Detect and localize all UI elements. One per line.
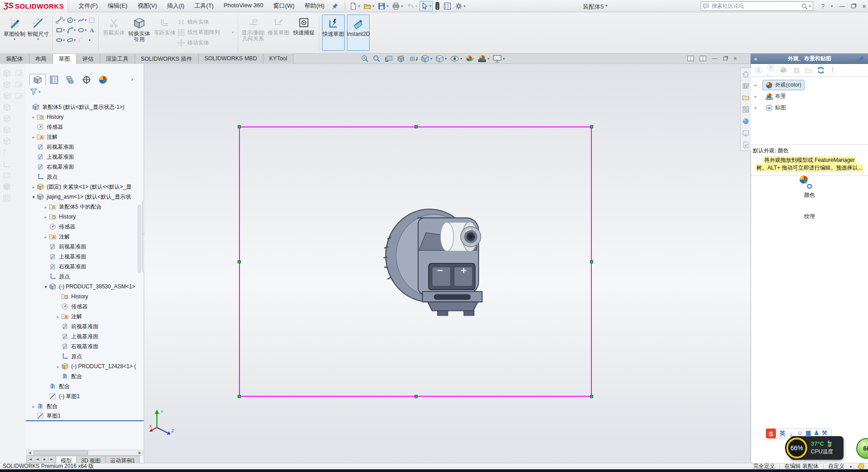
ribbon-button[interactable]: 线性草图阵列 ▾: [177, 29, 235, 36]
view-palette[interactable]: [741, 103, 751, 115]
ghost-shaded[interactable]: [2, 182, 11, 191]
ribbon-toggle-button[interactable]: 快速草图: [322, 15, 345, 51]
expand-arrow[interactable]: ▸: [30, 115, 37, 120]
ribbon-button[interactable]: 转换实体引用: [127, 15, 152, 51]
feature-tree-item[interactable]: ▸ History: [26, 112, 144, 122]
rect[interactable]: ▾: [55, 25, 66, 35]
appearances-sphere[interactable]: [741, 115, 751, 127]
menu-item[interactable]: 窗口(W): [269, 0, 298, 12]
cpu-monitor-widget[interactable]: 66% 37°C 🍃 CPU温度: [790, 436, 844, 460]
feature-tree-item[interactable]: (-) 草图1: [26, 391, 144, 401]
ribbon-large-button[interactable]: 草图绘制 ▾: [3, 15, 26, 51]
texture-swatch[interactable]: 纹理: [804, 205, 815, 220]
arc[interactable]: ▾: [66, 25, 77, 35]
custom-properties[interactable]: [741, 127, 751, 139]
community-search-box[interactable]: 搜索社区论坛 ▾: [701, 1, 813, 11]
document-recovery[interactable]: [741, 139, 751, 151]
sogou-language-mode[interactable]: 英: [780, 429, 785, 438]
fm-tabs-overflow[interactable]: ›: [129, 76, 135, 83]
tag-icon[interactable]: [857, 463, 864, 470]
appearance-tree-item[interactable]: ▸ 贴图: [753, 102, 866, 113]
appearance-tree-item[interactable]: ▸ 布景: [753, 91, 866, 102]
doc-minimize-button[interactable]: —: [712, 55, 717, 62]
edit-appearance[interactable]: ▾: [779, 66, 788, 74]
ghost-edit[interactable]: [14, 80, 24, 89]
restore-button[interactable]: [851, 4, 856, 8]
feature-tree-item[interactable]: 上视基准面: [26, 331, 144, 341]
print[interactable]: ▾: [390, 1, 404, 11]
ghost-cube[interactable]: [2, 114, 11, 123]
ribbon-large-button[interactable]: 智能尺寸 ▾: [26, 15, 50, 51]
selection-handle-w[interactable]: [238, 260, 241, 263]
command-tab[interactable]: KYTool: [263, 54, 294, 64]
zoom-fit[interactable]: ▾: [361, 54, 369, 63]
ghost-corner[interactable]: [2, 159, 11, 169]
feature-tree-item[interactable]: ▸ 配合: [26, 401, 144, 411]
display-style[interactable]: ▾: [435, 54, 447, 63]
ribbon-button[interactable]: 显示/删除几何关系: [240, 15, 266, 51]
ellipse[interactable]: ▾: [77, 25, 88, 35]
menu-item[interactable]: PhotoView 360: [219, 0, 267, 12]
traffic-light[interactable]: ▾: [434, 1, 441, 11]
ribbon-button[interactable]: 镜向实体 ▾: [177, 18, 235, 26]
expand-arrow[interactable]: ▸: [30, 135, 37, 140]
color-swatch[interactable]: 颜色: [804, 184, 815, 199]
feature-tree-item[interactable]: 配合: [26, 371, 144, 381]
file-explorer[interactable]: [741, 92, 751, 103]
ribbon-button[interactable]: 剪裁实体: [101, 15, 127, 51]
split-pane-left-icon[interactable]: [688, 56, 694, 61]
slot-arc[interactable]: ▾: [66, 35, 77, 45]
slot[interactable]: ▾: [55, 35, 66, 45]
feature-tree-item[interactable]: 前视基准面: [26, 321, 144, 331]
ribbon-button[interactable]: 快速捕捉: [291, 15, 317, 51]
split-pane-right-icon[interactable]: [700, 56, 706, 61]
selection-handle-s[interactable]: [414, 395, 418, 398]
design-library[interactable]: [741, 80, 751, 92]
feature-tree-item[interactable]: 草图1: [26, 411, 144, 421]
menu-item[interactable]: 编辑(E): [104, 0, 132, 12]
selection-handle-nw[interactable]: [238, 125, 241, 128]
selection-handle-sw[interactable]: [238, 395, 241, 398]
doc-close-button[interactable]: ×: [733, 55, 737, 62]
ghost-cube[interactable]: [2, 68, 11, 78]
feature-tree-item[interactable]: 上视基准面: [26, 152, 144, 162]
open[interactable]: ▾: [362, 1, 375, 11]
menu-item[interactable]: 插入(I): [163, 0, 188, 12]
selection-handle-e[interactable]: [590, 260, 593, 263]
feature-tree-item[interactable]: 前视基准面: [26, 142, 144, 152]
pin-pane-icon[interactable]: [858, 55, 864, 62]
point[interactable]: ▾: [85, 35, 94, 45]
ghost-cube[interactable]: [2, 125, 11, 135]
feature-tree-item[interactable]: 右视基准面: [26, 262, 144, 272]
feature-tree-item[interactable]: ▾ (-) PRODUCT_38530_ASM<1>: [26, 282, 144, 292]
menu-item[interactable]: 帮助(H): [300, 0, 328, 12]
feature-tree-item[interactable]: 前视基准面: [26, 242, 144, 252]
nav-forward[interactable]: ▾: [767, 63, 775, 78]
command-tab[interactable]: 渲染工具: [100, 54, 135, 64]
annotation-views[interactable]: A ▾: [409, 54, 418, 63]
feature-tree-item[interactable]: 上视基准面: [26, 252, 144, 262]
ribbon-button[interactable]: 修复草图: [266, 15, 291, 51]
view-orientation[interactable]: ▾: [421, 54, 432, 63]
fm-design-tree[interactable]: [29, 74, 46, 86]
new-document[interactable]: ▾: [348, 1, 361, 11]
apply-scene[interactable]: ▾: [478, 54, 489, 63]
ghost-rect[interactable]: [2, 170, 11, 180]
selection-handle-se[interactable]: [590, 395, 593, 398]
expand-arrow[interactable]: ▸: [30, 185, 37, 190]
doc-restore-button[interactable]: [723, 57, 727, 60]
expand-arrow[interactable]: ▸: [43, 214, 49, 219]
undo[interactable]: ▾: [405, 1, 419, 11]
expand-arrow[interactable]: ▸: [55, 364, 61, 369]
ghost-sketch[interactable]: [2, 148, 11, 157]
menu-item[interactable]: 文件(F): [74, 0, 102, 12]
feature-tree-item[interactable]: 配合: [26, 381, 144, 391]
feature-tree-item[interactable]: ▸ (固定) 夹紧块<1> (默认<<默认>_显: [26, 182, 144, 192]
menu-item[interactable]: 视图(V): [133, 0, 161, 12]
fm-properties[interactable]: [46, 74, 62, 86]
ghost-cube[interactable]: [2, 80, 11, 89]
ghost-cube[interactable]: [2, 91, 11, 101]
graphics-viewport[interactable]: Y X Z: [144, 64, 751, 463]
status-custom-caret[interactable]: ▲: [849, 464, 853, 468]
command-tab[interactable]: 布局: [29, 54, 53, 64]
